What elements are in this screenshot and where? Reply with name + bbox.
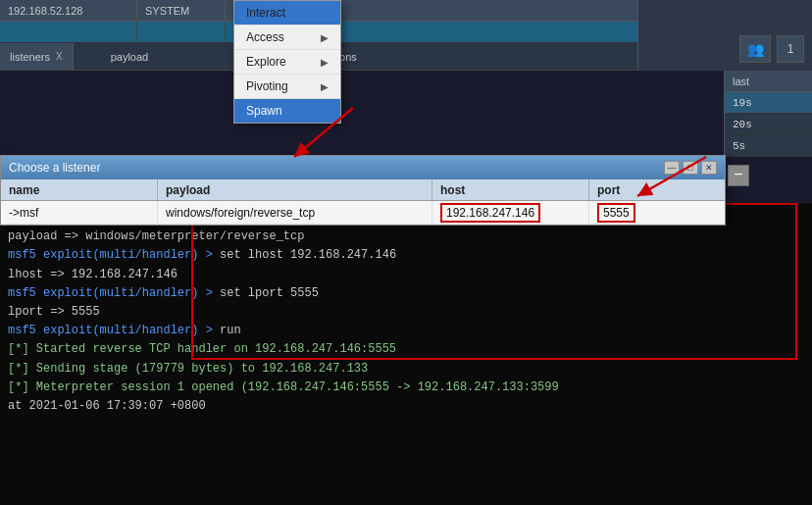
dialog-title: Choose a listener bbox=[9, 161, 100, 175]
menu-item-pivoting[interactable]: Pivoting ▶ bbox=[234, 74, 340, 98]
close-button[interactable]: ✕ bbox=[701, 161, 717, 175]
menu-item-explore[interactable]: Explore ▶ bbox=[234, 49, 340, 74]
right-row-2: 20s bbox=[725, 114, 812, 135]
terminal-line-9: [*] Sending stage (179779 bytes) to 192.… bbox=[8, 360, 804, 379]
terminal-line-5: msf5 exploit(multi/handler) > set lport … bbox=[8, 284, 804, 303]
prompt: msf5 exploit(multi/handler) > bbox=[8, 248, 220, 262]
dcol-host: 192.168.247.146 bbox=[432, 201, 589, 224]
terminal-line-2: payload => windows/meterpreter/reverse_t… bbox=[8, 227, 804, 246]
right-row-1: 19s bbox=[725, 92, 812, 114]
terminal-line-10: [*] Meterpreter session 1 opened (192.16… bbox=[8, 379, 804, 397]
prompt: msf5 exploit(multi/handler) > bbox=[8, 324, 220, 337]
terminal-line-8: [*] Started reverse TCP handler on 192.1… bbox=[8, 340, 804, 359]
dcol-name: ->msf bbox=[1, 201, 158, 224]
dialog-col-headers: name payload host port bbox=[1, 179, 725, 201]
payload-col-label: payload bbox=[103, 51, 157, 63]
right-col-header: last bbox=[725, 71, 812, 92]
terminal-line-7: msf5 exploit(multi/handler) > run bbox=[8, 322, 804, 340]
col-system: SYSTEM bbox=[137, 0, 226, 21]
dcol-port-header: port bbox=[589, 179, 725, 200]
arrow-icon: ▶ bbox=[321, 81, 329, 92]
dcol-name-header: name bbox=[1, 179, 158, 200]
dcol-payload: windows/foreign/reverse_tcp bbox=[158, 201, 432, 224]
users-icon[interactable]: 👥 bbox=[739, 35, 771, 63]
count-badge: 1 bbox=[777, 35, 804, 63]
dcol-port: 5555 bbox=[589, 201, 725, 224]
arrow-icon: ▶ bbox=[321, 57, 329, 68]
arrow-icon: ▶ bbox=[321, 32, 329, 43]
right-panel-top: 👥 1 bbox=[637, 0, 812, 71]
right-panel-data: last 19s 20s 5s bbox=[724, 71, 812, 157]
dialog-controls: — □ ✕ bbox=[664, 161, 717, 175]
terminal-line-3: msf5 exploit(multi/handler) > set lhost … bbox=[8, 246, 804, 265]
maximize-button[interactable]: □ bbox=[683, 161, 698, 175]
menu-item-spawn[interactable]: Spawn bbox=[234, 98, 340, 123]
context-menu: Interact Access ▶ Explore ▶ Pivoting ▶ S… bbox=[233, 0, 341, 124]
terminal-line-4: lhost => 192.168.247.146 bbox=[8, 266, 804, 284]
terminal-area: msf5 exploit(multi/handler) > set payloa… bbox=[0, 203, 812, 505]
dialog-titlebar: Choose a listener — □ ✕ bbox=[1, 156, 725, 179]
right-row-3: 5s bbox=[725, 135, 812, 157]
col-ip: 192.168.52.128 bbox=[0, 0, 137, 21]
port-highlight: 5555 bbox=[597, 203, 635, 223]
tab-close[interactable]: X bbox=[56, 51, 63, 62]
terminal-line-6: lport => 5555 bbox=[8, 303, 804, 322]
minimize-button[interactable]: — bbox=[664, 161, 680, 175]
menu-item-access[interactable]: Access ▶ bbox=[234, 25, 340, 49]
terminal-line-11: at 2021-01-06 17:39:07 +0800 bbox=[8, 397, 804, 416]
host-highlight: 192.168.247.146 bbox=[440, 203, 540, 223]
dcol-host-header: host bbox=[432, 179, 589, 200]
dcol-payload-header: payload bbox=[158, 179, 432, 200]
listeners-tab[interactable]: listeners X bbox=[0, 43, 74, 70]
listener-row[interactable]: ->msf windows/foreign/reverse_tcp 192.16… bbox=[1, 201, 725, 225]
minus-button[interactable]: − bbox=[728, 165, 749, 186]
menu-item-interact[interactable]: Interact bbox=[234, 1, 340, 25]
listener-dialog: Choose a listener — □ ✕ name payload bbox=[0, 155, 726, 226]
prompt: msf5 exploit(multi/handler) > bbox=[8, 286, 220, 300]
